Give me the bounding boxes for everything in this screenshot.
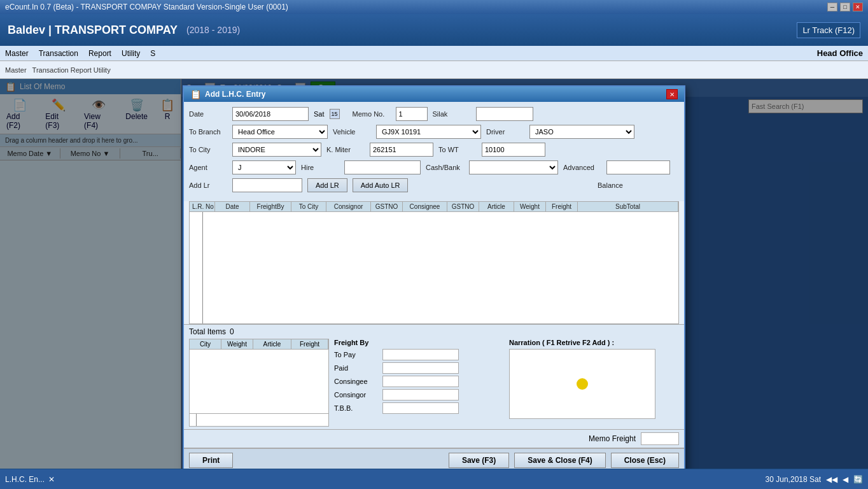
- form-row-3: To City INDORE K. Miter To WT: [189, 143, 679, 157]
- to-wt-input[interactable]: [482, 143, 545, 157]
- silak-input[interactable]: [476, 107, 533, 121]
- maximize-button[interactable]: □: [840, 3, 850, 11]
- consingee-input[interactable]: [382, 376, 459, 387]
- total-items-value: 0: [230, 327, 234, 336]
- menu-report[interactable]: Report: [88, 49, 111, 58]
- to-branch-label: To Branch: [189, 128, 227, 136]
- total-items-label: Total Items: [189, 327, 226, 336]
- hire-input[interactable]: [344, 160, 421, 174]
- memo-no-label: Memo No.: [353, 110, 391, 118]
- tbb-input[interactable]: [382, 402, 459, 414]
- app-bar: Baldev | TRANSPORT COMPAY (2018 - 2019) …: [0, 14, 868, 46]
- vehicle-select[interactable]: GJ9X 10191: [376, 125, 481, 139]
- narration-section: Narration ( F1 Retrive F2 Add ) :: [509, 339, 679, 427]
- minimize-button[interactable]: ─: [827, 3, 837, 11]
- refresh-icon[interactable]: 🔄: [853, 475, 863, 484]
- bottom-grid: City Weight Article Freight: [189, 339, 679, 427]
- window-title: eCount.In 0.7 (Beta) - TRANSPORT COMPAY …: [5, 3, 288, 11]
- col-gstno-2: GSTNO: [447, 202, 479, 211]
- print-button[interactable]: Print: [189, 453, 233, 468]
- head-office-label: Head Office: [817, 48, 863, 58]
- vehicle-label: Vehicle: [333, 128, 371, 136]
- dialog-titlebar: 📋 Add L.H.C. Entry ✕: [184, 87, 684, 102]
- hire-label: Hire: [301, 164, 339, 171]
- memo-freight-input[interactable]: [641, 432, 679, 445]
- col-lr-no: L.R. No: [190, 202, 215, 211]
- to-pay-label: To Pay: [334, 351, 379, 358]
- menu-s[interactable]: S: [150, 49, 155, 58]
- narration-dot: [577, 378, 588, 390]
- to-city-select[interactable]: INDORE: [232, 143, 321, 157]
- lr-track-button[interactable]: Lr Track (F12): [797, 22, 860, 38]
- col-freight: Freight: [546, 202, 578, 211]
- bcol-article: Article: [253, 339, 291, 349]
- form-area: Date Sat 15 Memo No. Silak To Branch Hea…: [184, 102, 684, 201]
- to-city-label: To City: [189, 146, 227, 153]
- menu-master[interactable]: Master: [5, 49, 29, 58]
- dialog-title: Add L.H.C. Entry: [205, 90, 265, 99]
- bottom-left-footer: [190, 413, 328, 426]
- year-range: (2018 - 2019): [186, 25, 240, 35]
- add-lr-input[interactable]: [232, 178, 302, 192]
- prev-icon[interactable]: ◀: [843, 475, 848, 484]
- consingee-label: Consingee: [334, 378, 379, 385]
- title-bar-controls: ─ □ ✕: [827, 3, 863, 11]
- modal-overlay: 📋 Add L.H.C. Entry ✕ Date Sat 15 Memo No…: [0, 79, 868, 469]
- narration-box[interactable]: [509, 349, 655, 419]
- paid-input[interactable]: [382, 362, 459, 374]
- menu-utility[interactable]: Utility: [122, 49, 140, 58]
- form-row-2: To Branch Head Office Vehicle GJ9X 10191…: [189, 125, 679, 139]
- col-date: Date: [215, 202, 250, 211]
- menu-transaction[interactable]: Transaction: [39, 49, 78, 58]
- cash-bank-select[interactable]: [469, 160, 558, 174]
- bottom-left-table: City Weight Article Freight: [189, 339, 329, 427]
- close-window-button[interactable]: ✕: [853, 3, 863, 11]
- consingor-label: Consingor: [334, 391, 379, 399]
- date-input[interactable]: [232, 107, 309, 121]
- memo-freight-row: Memo Freight: [184, 429, 684, 448]
- status-close-icon[interactable]: ✕: [48, 475, 55, 484]
- memo-no-input[interactable]: [396, 107, 428, 121]
- freight-row-consingee: Consingee: [334, 376, 504, 387]
- to-pay-input[interactable]: [382, 349, 459, 360]
- narration-title: Narration ( F1 Retrive F2 Add ) :: [509, 339, 679, 346]
- lr-table-body: [190, 212, 678, 323]
- lr-table: L.R. No Date FreightBy To City Consignor…: [189, 201, 679, 324]
- advanced-label: Advanced: [563, 164, 601, 171]
- date-calendar-icon[interactable]: 15: [330, 109, 340, 119]
- to-branch-select[interactable]: Head Office: [232, 125, 328, 139]
- dialog-close-button[interactable]: ✕: [666, 89, 678, 99]
- bottom-left-body: [190, 350, 328, 413]
- status-right: 30 Jun,2018 Sat ◀◀ ◀ 🔄: [766, 475, 863, 484]
- bottom-left-header: City Weight Article Freight: [190, 339, 328, 350]
- freight-by-section: Freight By To Pay Paid Consingee: [334, 339, 504, 427]
- k-miter-input[interactable]: [370, 143, 433, 157]
- balance-label: Balance: [598, 181, 636, 189]
- lr-table-header: L.R. No Date FreightBy To City Consignor…: [190, 202, 678, 212]
- add-lr-button[interactable]: Add LR: [307, 178, 347, 192]
- save-button[interactable]: Save (F3): [449, 453, 509, 468]
- master-transaction-report-label: Master Transaction Report Utility: [5, 66, 111, 74]
- freight-row-tbb: T.B.B.: [334, 402, 504, 414]
- date-label: Date: [189, 110, 227, 118]
- add-auto-lr-button[interactable]: Add Auto LR: [353, 178, 409, 192]
- form-row-5: Add Lr Add LR Add Auto LR Balance: [189, 178, 679, 192]
- col-subtotal: SubTotal: [578, 202, 678, 211]
- bcol-city: City: [190, 339, 221, 349]
- prev-prev-icon[interactable]: ◀◀: [826, 475, 837, 484]
- add-lr-label: Add Lr: [189, 181, 227, 189]
- freight-row-paid: Paid: [334, 362, 504, 374]
- col-weight: Weight: [514, 202, 546, 211]
- agent-select[interactable]: J: [232, 160, 296, 174]
- advanced-input[interactable]: [606, 160, 670, 174]
- to-wt-label: To WT: [438, 146, 477, 153]
- bcol-freight: Freight: [291, 339, 328, 349]
- save-close-button[interactable]: Save & Close (F4): [514, 453, 605, 468]
- freight-by-title: Freight By: [334, 339, 504, 346]
- consingor-input[interactable]: [382, 389, 459, 400]
- driver-select[interactable]: JASO: [529, 125, 634, 139]
- agent-label: Agent: [189, 164, 227, 171]
- col-freight-by: FreightBy: [250, 202, 291, 211]
- title-bar: eCount.In 0.7 (Beta) - TRANSPORT COMPAY …: [0, 0, 868, 14]
- close-esc-button[interactable]: Close (Esc): [611, 453, 679, 468]
